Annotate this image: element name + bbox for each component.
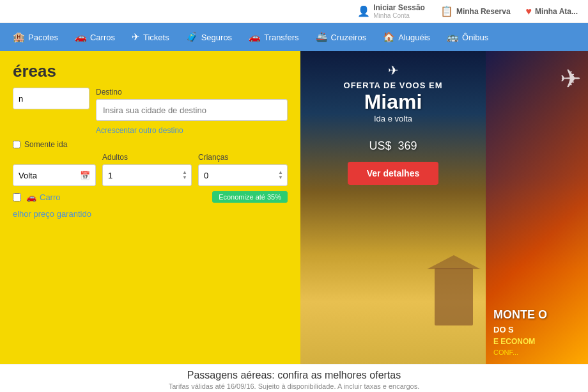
only-departure-checkbox[interactable]: [13, 141, 20, 148]
promo-side-extra: E ECONOM: [493, 337, 580, 346]
nav-label-alugueis: Aluguéis: [398, 33, 430, 42]
nav-label-pacotes: Pacotes: [28, 33, 58, 42]
car-text: Carro: [40, 192, 61, 202]
origin-destination-row: Destino: [13, 88, 288, 121]
children-spinner[interactable]: 0 ▲▼: [198, 164, 288, 186]
login-button[interactable]: 👤 Iniciar Sessão Minha Conta: [357, 3, 425, 19]
date-picker[interactable]: Volta 📅: [13, 164, 96, 186]
promo-side-title: MONTE O: [493, 308, 580, 322]
children-group: Crianças 0 ▲▼: [198, 153, 288, 186]
promo-price: US$ 369: [369, 129, 417, 155]
origin-input[interactable]: [13, 88, 89, 109]
nav-label-carros: Carros: [90, 33, 115, 42]
bottom-section: Passagens aéreas: confira as melhores of…: [0, 364, 588, 392]
cruzeiros-icon: 🚢: [316, 31, 328, 43]
side-plane-icon: ✈: [560, 64, 582, 93]
children-arrow: ▲▼: [278, 170, 283, 180]
adults-value: 1: [108, 171, 112, 180]
tickets-icon: ✈: [132, 31, 140, 43]
heart-icon: ♥: [526, 6, 532, 17]
pacotes-icon: 🏨: [13, 31, 25, 43]
promo-plane-icon: ✈: [388, 63, 399, 78]
bottom-title: Passagens aéreas: confira as melhores of…: [13, 370, 575, 381]
reservation-label: Minha Reserva: [456, 7, 511, 16]
login-label: Iniciar Sessão: [373, 3, 425, 12]
wishlist-label: Minha Ata...: [535, 7, 578, 16]
promo-city: Miami: [364, 90, 422, 114]
adults-group: Adultos 1 ▲▼: [102, 153, 192, 186]
promo-area: ✈ OFERTA DE VOOS EM Miami Ida e volta US…: [300, 51, 588, 364]
promo-label: OFERTA DE VOOS EM: [344, 81, 443, 90]
adults-spinner[interactable]: 1 ▲▼: [102, 164, 192, 186]
adults-label: Adultos: [102, 153, 192, 162]
save-badge: Economize até 35%: [212, 191, 288, 203]
nav-label-seguros: Seguros: [201, 33, 232, 42]
best-price-label: elhor preço garantido: [13, 209, 288, 219]
nav-label-cruzeiros: Cruzeiros: [331, 33, 367, 42]
nav-item-transfers[interactable]: 🚗 Transfers: [241, 27, 306, 47]
nav-label-transfers: Transfers: [264, 33, 298, 42]
children-label: Crianças: [198, 153, 288, 162]
adults-arrow: ▲▼: [182, 170, 187, 180]
transfers-icon: 🚗: [249, 31, 261, 43]
trip-type-label: Volta: [19, 171, 37, 180]
only-departure-row: Somente ida: [13, 140, 288, 149]
car-label: 🚗 Carro: [26, 192, 61, 202]
destination-group: Destino: [96, 88, 288, 121]
search-title: éreas: [13, 61, 288, 81]
nav-item-carros[interactable]: 🚗 Carros: [67, 27, 123, 47]
promo-details-button[interactable]: Ver detalhes: [348, 162, 439, 185]
reservation-icon: 📋: [440, 5, 453, 17]
promo-side: ✈ MONTE O DO S E ECONOM CONF...: [486, 51, 588, 364]
promo-side-link[interactable]: CONF...: [493, 349, 580, 356]
alugueis-icon: 🏠: [383, 31, 395, 43]
nav-item-alugueis[interactable]: 🏠 Aluguéis: [375, 27, 438, 47]
destination-input[interactable]: [96, 99, 288, 121]
nav-item-pacotes[interactable]: 🏨 Pacotes: [5, 27, 66, 47]
wishlist-button[interactable]: ♥ Minha Ata...: [526, 6, 578, 17]
nav-item-seguros[interactable]: 🧳 Seguros: [178, 27, 240, 47]
reservation-button[interactable]: 📋 Minha Reserva: [440, 5, 511, 17]
user-icon: 👤: [357, 5, 370, 17]
nav-item-cruzeiros[interactable]: 🚢 Cruzeiros: [308, 27, 375, 47]
onibus-icon: 🚌: [447, 31, 459, 43]
nav-item-tickets[interactable]: ✈ Tickets: [124, 27, 177, 47]
top-bar: 👤 Iniciar Sessão Minha Conta 📋 Minha Res…: [0, 0, 588, 23]
login-sub: Minha Conta: [373, 12, 425, 19]
promo-currency: US$: [369, 139, 391, 152]
nav-label-onibus: Ônibus: [462, 33, 488, 42]
nav-label-tickets: Tickets: [143, 33, 169, 42]
promo-side-sub: DO S: [493, 325, 580, 334]
search-panel: éreas Destino Acrescentar outro destino …: [0, 51, 300, 364]
nav-item-onibus[interactable]: 🚌 Ônibus: [439, 27, 496, 47]
seguros-icon: 🧳: [186, 31, 198, 43]
nav-bar: 🏨 Pacotes 🚗 Carros ✈ Tickets 🧳 Seguros 🚗…: [0, 23, 588, 51]
calendar-icon: 📅: [80, 171, 90, 180]
car-icon: 🚗: [26, 192, 36, 202]
destination-label: Destino: [96, 88, 288, 97]
promo-main: ✈ OFERTA DE VOOS EM Miami Ida e volta US…: [300, 51, 486, 364]
main-content: éreas Destino Acrescentar outro destino …: [0, 51, 588, 364]
only-departure-label: Somente ida: [24, 140, 67, 149]
origin-group: [13, 88, 89, 121]
children-value: 0: [204, 171, 208, 180]
car-checkbox[interactable]: [13, 193, 21, 201]
promo-trip: Ida e volta: [374, 114, 412, 123]
bottom-subtitle: Tarifas válidas até 16/09/16. Sujeito à …: [13, 382, 575, 390]
car-row: 🚗 Carro Economize até 35%: [13, 191, 288, 203]
add-destination-link[interactable]: Acrescentar outro destino: [96, 126, 288, 135]
carros-icon: 🚗: [75, 31, 87, 43]
